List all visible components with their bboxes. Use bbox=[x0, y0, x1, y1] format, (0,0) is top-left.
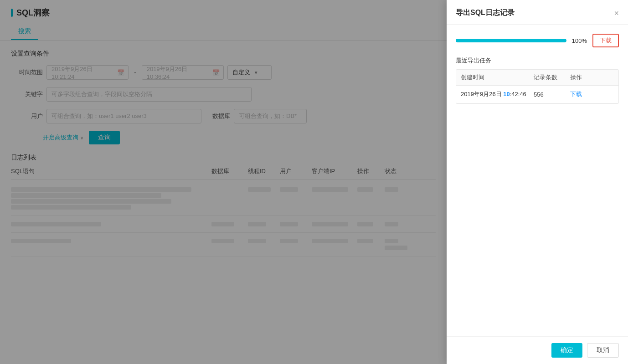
confirm-button[interactable]: 确定 bbox=[551, 343, 582, 358]
export-action-cell: 下载 bbox=[570, 90, 614, 98]
dialog-header: 导出SQL日志记录 × bbox=[447, 0, 628, 25]
col-header-action: 操作 bbox=[570, 73, 614, 82]
col-header-record-count: 记录条数 bbox=[534, 73, 570, 82]
progress-section: 100% 下载 bbox=[456, 34, 619, 47]
export-download-link[interactable]: 下载 bbox=[570, 91, 582, 97]
export-time-highlight: 10 bbox=[503, 91, 510, 97]
export-dialog: 导出SQL日志记录 × 100% 下载 最近导出任务 创建时间 记录条数 操作 … bbox=[447, 0, 628, 364]
export-time-prefix: 2019年9月26日 bbox=[461, 91, 503, 97]
progress-percentage: 100% bbox=[572, 37, 587, 44]
export-time-suffix: :42:46 bbox=[510, 91, 526, 97]
export-table-row: 2019年9月26日 10:42:46 556 下载 bbox=[456, 86, 618, 103]
modal-overlay bbox=[0, 0, 447, 364]
dialog-body: 100% 下载 最近导出任务 创建时间 记录条数 操作 2019年9月26日 1… bbox=[447, 25, 628, 336]
cancel-button[interactable]: 取消 bbox=[587, 343, 619, 358]
download-button[interactable]: 下载 bbox=[592, 34, 619, 47]
export-count-cell: 556 bbox=[534, 91, 570, 98]
recent-export-label: 最近导出任务 bbox=[456, 56, 619, 65]
dialog-footer: 确定 取消 bbox=[447, 336, 628, 364]
close-icon[interactable]: × bbox=[614, 9, 619, 17]
col-header-create-time: 创建时间 bbox=[461, 73, 534, 82]
export-table: 创建时间 记录条数 操作 2019年9月26日 10:42:46 556 下载 bbox=[456, 69, 619, 104]
dialog-title: 导出SQL日志记录 bbox=[456, 8, 515, 18]
progress-bar-container bbox=[456, 39, 566, 42]
export-table-header: 创建时间 记录条数 操作 bbox=[456, 70, 618, 86]
export-time-cell: 2019年9月26日 10:42:46 bbox=[461, 90, 534, 98]
progress-bar-fill bbox=[456, 39, 566, 42]
